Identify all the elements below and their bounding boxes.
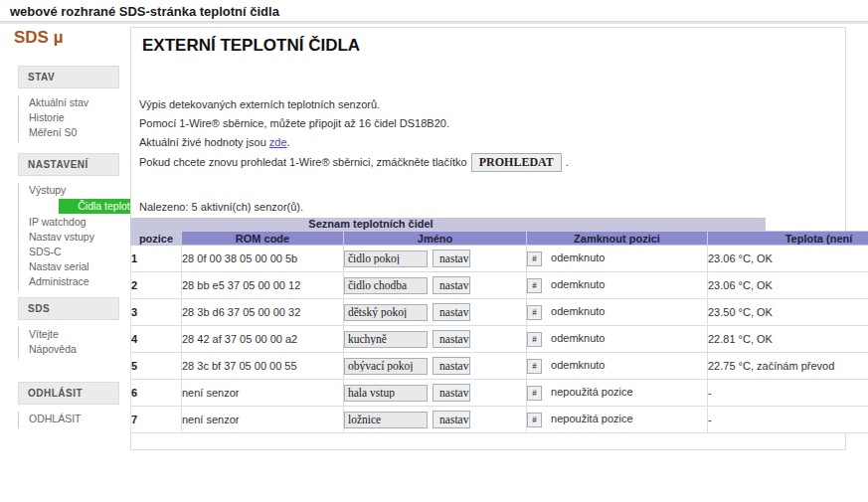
- sensor-name-input[interactable]: [344, 277, 428, 294]
- sensor-name-input[interactable]: [344, 251, 428, 267]
- intro-line-3: Aktuální živé hodnoty jsou zde.: [139, 135, 290, 149]
- position-cell: 3: [131, 299, 182, 326]
- sidebar-item-aktualni-stav[interactable]: Aktuální stav: [29, 95, 119, 110]
- lock-cell: # nepoužitá pozice: [527, 407, 708, 433]
- nastav-button[interactable]: nastav: [433, 384, 470, 402]
- rom-code-cell: 28 3c bf 37 05 00 00 55: [182, 353, 344, 380]
- sidebar-item-odhlasit[interactable]: ODHLÁSIT: [29, 412, 119, 426]
- header-jmeno: Jméno: [344, 232, 527, 246]
- position-cell: 1: [131, 246, 182, 272]
- sidebar-item-vitejte[interactable]: Vítejte: [29, 327, 119, 342]
- table-row: 3 28 3b d6 37 05 00 00 32 nastav # odemk…: [131, 299, 868, 326]
- temperature-cell: 23.50 °C, OK: [708, 299, 868, 326]
- table-row: 4 28 42 af 37 05 00 00 a2 nastav # odemk…: [131, 326, 868, 353]
- sensor-table-body: 1 28 0f 00 38 05 00 00 5b nastav # odemk…: [131, 246, 868, 433]
- sidebar-section-title: ODHLÁSIT: [18, 382, 119, 405]
- position-cell: 7: [131, 407, 182, 433]
- lock-cell: # odemknuto: [527, 246, 708, 272]
- top-divider: [0, 21, 868, 24]
- sidebar-item-napoveda[interactable]: Nápověda: [29, 342, 119, 357]
- lock-cell: # odemknuto: [527, 299, 708, 326]
- prohledat-button[interactable]: PROHLEDAT: [471, 153, 562, 172]
- intro-line-1: Výpis detekovaných externích teplotních …: [139, 97, 380, 111]
- sidebar-item-nastav-vstupy[interactable]: Nastav vstupy: [29, 230, 119, 245]
- lock-cell: # nepoužitá pozice: [527, 380, 708, 407]
- sidebar-item-ip-watchdog[interactable]: IP watchdog: [29, 215, 119, 230]
- intro-line-2: Pomocí 1-Wire® sběrnice, můžete připojit…: [139, 116, 449, 130]
- intro-line-3-text: Aktuální živé hodnoty jsou: [139, 136, 269, 148]
- sidebar-item-administrace[interactable]: Administrace: [29, 274, 119, 289]
- sensor-name-input[interactable]: [344, 358, 428, 375]
- lock-state-label: odemknuto: [551, 305, 605, 317]
- rom-code-cell: není senzor: [182, 407, 344, 433]
- lock-toggle-button[interactable]: #: [527, 278, 542, 293]
- sidebar-item-list: Aktuální stav Historie Měření S0: [18, 95, 119, 142]
- table-header-row: pozice ROM code Jméno Zamknout pozici Te…: [131, 232, 868, 246]
- temperature-cell: 22.81 °C, OK: [708, 326, 868, 353]
- sidebar-item-list: Výstupy Čidla teploty IP watchdog Nastav…: [18, 183, 119, 291]
- sidebar-item-vystupy[interactable]: Výstupy: [29, 183, 119, 198]
- found-count-text: Nalezeno: 5 aktivní(ch) senzor(ů).: [139, 200, 303, 214]
- temperature-cell: 23.06 °C, OK: [708, 246, 868, 272]
- sensor-name-input[interactable]: [344, 412, 428, 428]
- name-cell: nastav: [344, 272, 527, 299]
- lock-toggle-button[interactable]: #: [527, 251, 542, 266]
- sidebar-section-nastaveni: NASTAVENÍ Výstupy Čidla teploty IP watch…: [18, 153, 119, 291]
- lock-state-label: odemknuto: [551, 251, 605, 263]
- lock-state-label: nepoužitá pozice: [551, 413, 633, 424]
- temperature-cell: -: [708, 380, 868, 407]
- temperature-cell: -: [708, 407, 868, 433]
- lock-toggle-button[interactable]: #: [527, 305, 542, 320]
- name-cell: nastav: [344, 407, 527, 433]
- position-cell: 4: [131, 326, 182, 353]
- sensor-name-input[interactable]: [344, 385, 428, 402]
- sensor-name-input[interactable]: [344, 304, 428, 321]
- nastav-button[interactable]: nastav: [433, 357, 470, 375]
- sidebar-item-cidla-teploty[interactable]: Čidla teploty: [59, 199, 139, 214]
- rom-code-cell: 28 3b d6 37 05 00 00 32: [182, 299, 344, 326]
- nastav-button[interactable]: nastav: [433, 250, 470, 267]
- lock-toggle-button[interactable]: #: [527, 359, 542, 374]
- nastav-button[interactable]: nastav: [433, 411, 470, 428]
- name-cell: nastav: [344, 326, 527, 353]
- sidebar-item-historie[interactable]: Historie: [29, 110, 119, 125]
- main-panel: EXTERNÍ TEPLOTNÍ ČIDLA Výpis detekovanýc…: [130, 27, 846, 450]
- lock-cell: # odemknuto: [527, 326, 708, 353]
- lock-toggle-button[interactable]: #: [527, 332, 542, 347]
- nastav-button[interactable]: nastav: [433, 276, 470, 294]
- header-teplota: Teplota (není: [708, 232, 868, 246]
- name-cell: nastav: [344, 246, 527, 272]
- sidebar-section-sds: SDS Vítejte Nápověda: [18, 297, 119, 359]
- live-values-link[interactable]: zde: [269, 136, 287, 148]
- position-cell: 2: [131, 272, 182, 299]
- intro-line-4-suffix: .: [566, 155, 569, 169]
- lock-toggle-button[interactable]: #: [527, 386, 542, 401]
- lock-state-label: odemknuto: [551, 332, 605, 344]
- lock-toggle-button[interactable]: #: [527, 413, 542, 427]
- rom-code-cell: 28 0f 00 38 05 00 00 5b: [182, 246, 344, 272]
- sensor-table: pozice ROM code Jméno Zamknout pozici Te…: [130, 231, 868, 433]
- intro-line-3-suffix: .: [287, 136, 290, 148]
- sidebar-item-sds-c[interactable]: SDS-C: [29, 245, 119, 259]
- rom-code-cell: 28 bb e5 37 05 00 00 12: [182, 272, 344, 299]
- sds-logo: SDS µ: [14, 28, 63, 48]
- temperature-cell: 22.75 °C, začínám převod: [708, 353, 868, 380]
- lock-state-label: odemknuto: [551, 278, 605, 290]
- sidebar-item-list: Vítejte Nápověda: [18, 327, 119, 359]
- page-heading: EXTERNÍ TEPLOTNÍ ČIDLA: [142, 36, 360, 56]
- rom-code-cell: 28 42 af 37 05 00 00 a2: [182, 326, 344, 353]
- lock-cell: # odemknuto: [527, 353, 708, 380]
- table-row: 5 28 3c bf 37 05 00 00 55 nastav # odemk…: [131, 353, 868, 380]
- nastav-button[interactable]: nastav: [433, 330, 470, 348]
- rom-code-cell: není senzor: [182, 380, 344, 407]
- sidebar-section-title: NASTAVENÍ: [18, 153, 119, 176]
- nastav-button[interactable]: nastav: [433, 303, 470, 321]
- position-cell: 6: [131, 380, 182, 407]
- sidebar-section-stav: STAV Aktuální stav Historie Měření S0: [18, 66, 119, 142]
- sidebar-item-nastav-serial[interactable]: Nastav serial: [29, 259, 119, 274]
- name-cell: nastav: [344, 353, 527, 380]
- sensor-name-input[interactable]: [344, 331, 428, 348]
- sidebar-section-title: SDS: [18, 297, 119, 320]
- page-title: webové rozhrané SDS-stránka teplotní čid…: [10, 4, 279, 19]
- sidebar-item-mereni-s0[interactable]: Měření S0: [29, 125, 119, 140]
